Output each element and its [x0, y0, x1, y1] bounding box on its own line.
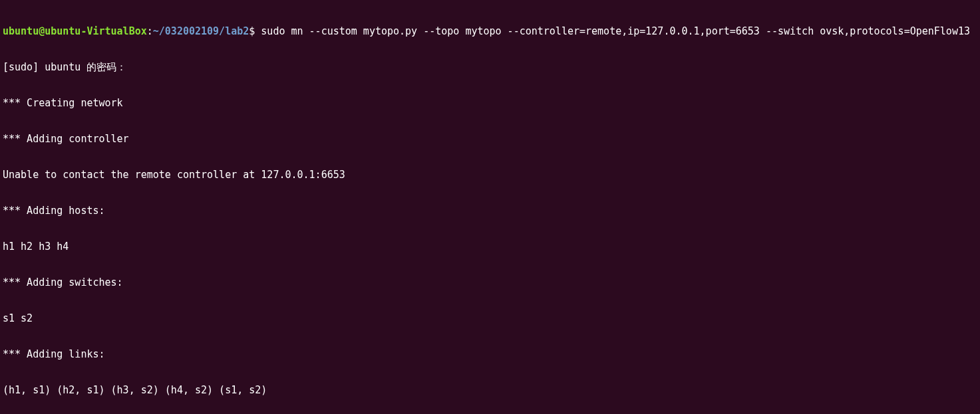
output-line: s1 s2 [3, 312, 977, 324]
output-line: *** Adding switches: [3, 276, 977, 288]
terminal-window[interactable]: ubuntu@ubuntu-VirtualBox:~/032002109/lab… [0, 0, 980, 414]
prompt-colon: : [147, 25, 153, 37]
prompt-dollar: $ [249, 25, 255, 37]
prompt-path: ~/032002109/lab2 [153, 25, 249, 37]
output-line: *** Adding links: [3, 348, 977, 360]
output-line: *** Creating network [3, 97, 977, 109]
output-line: h1 h2 h3 h4 [3, 241, 977, 253]
prompt-line: ubuntu@ubuntu-VirtualBox:~/032002109/lab… [3, 25, 977, 37]
output-line: *** Adding hosts: [3, 205, 977, 217]
entered-command: sudo mn --custom mytopo.py --topo mytopo… [261, 25, 970, 37]
output-line: *** Adding controller [3, 133, 977, 145]
output-line: (h1, s1) (h2, s1) (h3, s2) (h4, s2) (s1,… [3, 384, 977, 396]
prompt-user-host: ubuntu@ubuntu-VirtualBox [3, 25, 147, 37]
output-line: Unable to contact the remote controller … [3, 169, 977, 181]
output-line: [sudo] ubuntu 的密码： [3, 61, 977, 73]
